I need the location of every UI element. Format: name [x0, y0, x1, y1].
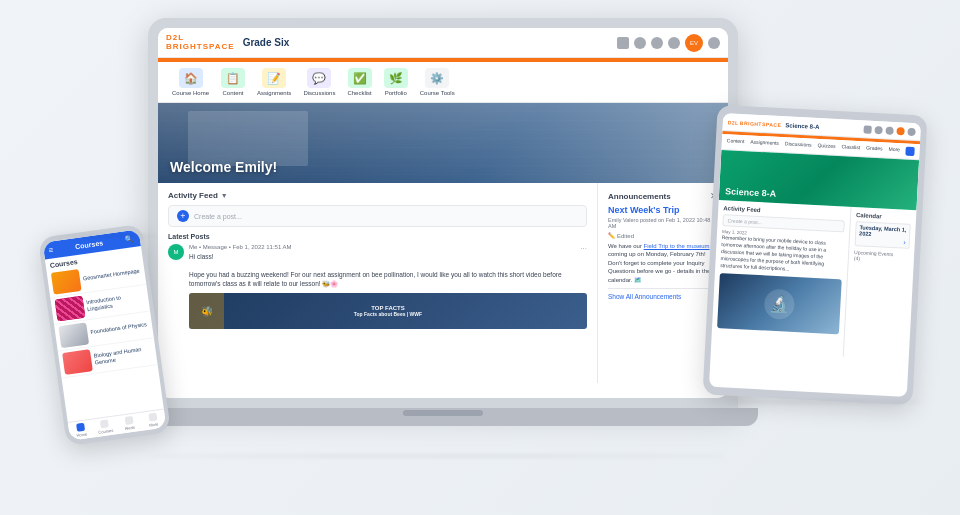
tablet-feed: Activity Feed Create a post... May 1, 20…: [711, 200, 852, 357]
phone-nav-home[interactable]: Home: [68, 422, 94, 439]
tablet-body: D2L BRIGHTSPACE Science 8-A Content Assi…: [703, 105, 928, 406]
home-nav-icon: [76, 423, 85, 432]
latest-posts-label: Latest Posts: [168, 233, 587, 240]
tab-nav-quizzes[interactable]: Quizzes: [817, 142, 836, 152]
post-meta: Me • Message • Feb 1, 2022 11:51 AM ···: [189, 244, 587, 250]
activity-feed-panel: Activity Feed ▼ + Create a post... Lates…: [158, 183, 598, 383]
nav-label-assignments: Assignments: [257, 90, 291, 96]
tablet-device: D2L BRIGHTSPACE Science 8-A Content Assi…: [703, 105, 928, 406]
email-icon[interactable]: [634, 37, 646, 49]
more-nav-icon: [148, 413, 157, 422]
feed-post-item: M Me • Message • Feb 1, 2022 11:51 AM ··…: [168, 244, 587, 329]
announcement-edited: ✏️ Edited: [608, 232, 718, 239]
tablet-screen: D2L BRIGHTSPACE Science 8-A Content Assi…: [709, 113, 921, 397]
tab-nav-discussions[interactable]: Discussions: [785, 140, 812, 150]
course-thumb-2: [58, 322, 89, 348]
laptop-screen: D2L BRIGHTSPACE Grade Six EV 🏠 C: [158, 28, 728, 398]
nav-item-discussions[interactable]: 💬 Discussions: [303, 68, 335, 96]
nav-item-content[interactable]: 📋 Content: [221, 68, 245, 96]
tablet-shadow: [725, 401, 925, 403]
create-post-bar[interactable]: + Create a post...: [168, 205, 587, 227]
tab-nav-classlist[interactable]: Classlist: [841, 143, 860, 153]
create-post-icon: +: [177, 210, 189, 222]
upcoming-events-label: Upcoming Events (4): [854, 249, 910, 264]
tablet-calendar-title: Calendar: [856, 212, 911, 221]
phone-nav-courses-label: Courses: [98, 428, 113, 435]
phone-nav-alerts-label: Alerts: [124, 425, 135, 431]
announcements-header: Announcements ✕: [608, 191, 718, 201]
tablet-hero: Science 8-A: [719, 150, 919, 210]
nav-item-course-tools[interactable]: ⚙️ Course Tools: [420, 68, 455, 96]
pencil-icon: ✏️: [608, 232, 615, 239]
nav-label-checklist: Checklist: [347, 90, 371, 96]
tablet-user-avatar[interactable]: [896, 127, 904, 135]
hero-welcome-text: Welcome Emily!: [170, 159, 277, 175]
nav-item-portfolio[interactable]: 🌿 Portfolio: [384, 68, 408, 96]
tablet-hero-overlay: [719, 150, 919, 210]
post-text: Hi class!Hope you had a buzzing weekend!…: [189, 252, 587, 288]
tablet-microscope-image: 🔬: [717, 273, 842, 334]
user-avatar[interactable]: EV: [685, 34, 703, 52]
course-name-1: Introduction to Linguistics: [86, 291, 145, 313]
tablet-icon-2[interactable]: [874, 125, 882, 133]
announcement-meta: Emily Valero posted on Feb 1, 2022 10:48…: [608, 217, 718, 229]
phone-header-title: Courses: [75, 239, 104, 250]
tablet-settings-icon[interactable]: [907, 127, 915, 135]
course-thumb-1: [55, 296, 86, 322]
grid-icon[interactable]: [617, 37, 629, 49]
tablet-nav-btn[interactable]: [906, 147, 915, 156]
phone-nav-home-label: Home: [76, 431, 87, 437]
phone-shadow: [48, 235, 158, 237]
tablet-course-title: Science 8-A: [785, 122, 819, 130]
nav-label-content: Content: [223, 90, 244, 96]
laptop-topbar: D2L BRIGHTSPACE Grade Six EV: [158, 28, 728, 58]
announcement-post-title[interactable]: Next Week's Trip: [608, 205, 718, 215]
tab-nav-assignments[interactable]: Assignments: [750, 138, 779, 148]
chat-icon[interactable]: [651, 37, 663, 49]
laptop-base: [128, 408, 758, 426]
nav-label-course-tools: Course Tools: [420, 90, 455, 96]
nav-item-checklist[interactable]: ✅ Checklist: [347, 68, 371, 96]
announcement-link[interactable]: Field Trip to the museum: [644, 243, 710, 249]
calendar-arrow[interactable]: ›: [859, 236, 906, 245]
course-thumb-3: [62, 349, 93, 375]
announcement-body: We have our Field Trip to the museum com…: [608, 242, 718, 284]
announcements-title: Announcements: [608, 192, 671, 201]
bell-icon[interactable]: [668, 37, 680, 49]
tablet-icon-1[interactable]: [863, 125, 871, 133]
video-title: TOP FACTS Top Facts about Bees | WWF: [354, 305, 422, 317]
laptop-body: D2L BRIGHTSPACE Grade Six EV 🏠 C: [148, 18, 738, 408]
hamburger-icon[interactable]: ≡: [48, 245, 54, 255]
tab-nav-more[interactable]: More: [888, 146, 900, 156]
course-name-0: Geosmartet Homepage: [83, 268, 141, 283]
tablet-icon-3[interactable]: [885, 126, 893, 134]
phone-nav-more[interactable]: More: [140, 411, 166, 428]
nav-item-course-home[interactable]: 🏠 Course Home: [172, 68, 209, 96]
tablet-logo: D2L BRIGHTSPACE: [728, 119, 782, 128]
course-name-3: Biology and Human Genome: [93, 345, 152, 367]
tab-nav-content[interactable]: Content: [727, 137, 745, 147]
embedded-video[interactable]: 🐝 TOP FACTS Top Facts about Bees | WWF: [189, 293, 587, 329]
nav-item-assignments[interactable]: 📝 Assignments: [257, 68, 291, 96]
feed-title: Activity Feed ▼: [168, 191, 587, 200]
calendar-date-item[interactable]: Tuesday, March 1, 2022 ›: [855, 221, 911, 249]
settings-icon[interactable]: [708, 37, 720, 49]
nav-label-portfolio: Portfolio: [385, 90, 407, 96]
post-options[interactable]: ···: [580, 244, 587, 253]
nav-label-discussions: Discussions: [303, 90, 335, 96]
phone-nav-alerts[interactable]: Alerts: [116, 415, 142, 432]
show-all-announcements[interactable]: Show All Announcements: [608, 288, 718, 300]
phone-nav-courses[interactable]: Courses: [92, 418, 118, 435]
tablet-body-content: Activity Feed Create a post... May 1, 20…: [711, 200, 917, 360]
tab-nav-grades[interactable]: Grades: [866, 145, 883, 155]
laptop-nav: 🏠 Course Home 📋 Content 📝 Assignments 💬 …: [158, 62, 728, 103]
post-content: Me • Message • Feb 1, 2022 11:51 AM ··· …: [189, 244, 587, 329]
laptop-course-title: Grade Six: [243, 37, 290, 48]
tablet-icons: [863, 125, 915, 136]
post-author-avatar: M: [168, 244, 184, 260]
course-name-2: Foundations of Physics: [90, 321, 147, 336]
laptop-main-content: Activity Feed ▼ + Create a post... Lates…: [158, 183, 728, 383]
alerts-nav-icon: [124, 416, 133, 425]
tablet-post-text: Remember to bring your mobile device to …: [720, 234, 844, 275]
laptop-topbar-icons: EV: [617, 34, 720, 52]
